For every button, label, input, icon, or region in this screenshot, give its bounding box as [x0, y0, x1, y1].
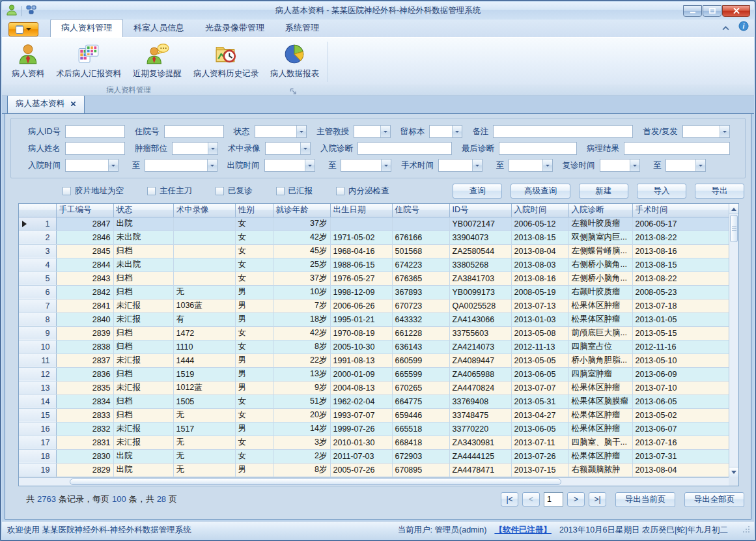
cell-status[interactable]: 归档: [113, 340, 173, 354]
cell-id-no[interactable]: ZA4444125: [449, 449, 511, 463]
filter-revisit-date-from-combo-dropdown-button[interactable]: [630, 160, 639, 171]
checkbox-endocrine-exam[interactable]: 内分泌检查: [336, 186, 389, 197]
cell-surgery-date[interactable]: 2013-01-05: [632, 312, 729, 326]
cell-admission-diagnosis[interactable]: 双侧脑室内巨...: [568, 230, 632, 244]
cell-intraop-video[interactable]: 有: [173, 312, 235, 326]
cell-manual-no[interactable]: 2844: [56, 258, 113, 271]
cell-admission-date[interactable]: 2013-08-15: [511, 230, 568, 244]
cell-visit-age[interactable]: 10岁: [273, 285, 330, 299]
cell-gender[interactable]: 女: [235, 408, 273, 422]
cell-admission-no[interactable]: 676365: [392, 271, 449, 285]
row-header-cell[interactable]: 7: [19, 299, 56, 312]
table-row[interactable]: 72841未汇报1036蓝男7岁2006-06-26670723QA002552…: [19, 299, 729, 312]
cell-birth-date[interactable]: 1991-08-13: [330, 354, 392, 367]
column-header-surgery-date[interactable]: 手术时间: [632, 204, 729, 217]
cell-admission-diagnosis[interactable]: 左侧桥小脑角...: [568, 271, 632, 285]
cell-birth-date[interactable]: 2010-01-30: [330, 436, 392, 449]
cell-admission-date[interactable]: 2008-05-19: [511, 285, 568, 299]
cell-admission-date[interactable]: 2013-05-05: [511, 354, 568, 367]
filter-status-combo-value[interactable]: [255, 126, 296, 137]
cell-status[interactable]: 归档: [113, 367, 173, 381]
column-header-admission-no[interactable]: 住院号: [392, 204, 449, 217]
row-header-cell[interactable]: 1: [19, 217, 56, 230]
cell-admission-date[interactable]: 2013-07-11: [511, 436, 568, 449]
table-row[interactable]: 122836归档1519男13岁2000-01-09665599ZA406598…: [19, 367, 729, 381]
cell-visit-age[interactable]: 18岁: [273, 312, 330, 326]
cell-surgery-date[interactable]: 2013-08-22: [632, 271, 729, 285]
cell-intraop-video[interactable]: 无: [173, 463, 235, 477]
app-person-icon[interactable]: [6, 4, 18, 18]
cell-status[interactable]: 归档: [113, 285, 173, 299]
cell-birth-date[interactable]: 2004-08-13: [330, 381, 392, 395]
cell-intraop-video[interactable]: [173, 244, 235, 258]
cell-admission-date[interactable]: 2013-01-03: [511, 312, 568, 326]
cell-birth-date[interactable]: 2005-10-30: [330, 340, 392, 354]
cell-admission-diagnosis[interactable]: 左侧蝶骨嵴脑...: [568, 244, 632, 258]
cell-admission-no[interactable]: 636143: [392, 340, 449, 354]
cell-gender[interactable]: 女: [235, 244, 273, 258]
cell-id-no[interactable]: ZA4143066: [449, 312, 511, 326]
scroll-up-icon[interactable]: [729, 204, 738, 214]
cell-id-no[interactable]: ZA4089447: [449, 354, 511, 367]
cell-id-no[interactable]: 33769408: [449, 395, 511, 408]
vertical-scroll-thumb[interactable]: [730, 215, 738, 242]
cell-id-no[interactable]: YB0072147: [449, 217, 511, 230]
cell-intraop-video[interactable]: 1012蓝: [173, 381, 235, 395]
cell-admission-diagnosis[interactable]: 四脑室、脑干...: [568, 436, 632, 449]
cell-status[interactable]: 未汇报: [113, 422, 173, 436]
cell-gender[interactable]: 女: [235, 258, 273, 271]
cell-admission-date[interactable]: 2006-05-12: [511, 217, 568, 230]
cell-birth-date[interactable]: 1962-02-04: [330, 395, 392, 408]
cell-admission-diagnosis[interactable]: 右颞叶胶质瘤: [568, 285, 632, 299]
cell-admission-date[interactable]: 2012-11-13: [511, 340, 568, 354]
cell-manual-no[interactable]: 2835: [56, 381, 113, 395]
cell-admission-no[interactable]: 672903: [392, 449, 449, 463]
cell-visit-age[interactable]: 2岁: [273, 449, 330, 463]
filter-patient-id-input[interactable]: [65, 125, 125, 138]
cell-intraop-video[interactable]: 1517: [173, 422, 235, 436]
cell-admission-diagnosis[interactable]: 松果体区肿瘤: [568, 381, 632, 395]
cell-birth-date[interactable]: 1998-12-09: [330, 285, 392, 299]
cell-manual-no[interactable]: 2834: [56, 395, 113, 408]
ribbon-button-patient[interactable]: 病人资料: [6, 39, 50, 85]
column-header-birth-date[interactable]: 出生日期: [330, 204, 392, 217]
close-button[interactable]: [722, 5, 750, 17]
filter-specimen-combo-dropdown-button[interactable]: [452, 126, 462, 137]
cell-status[interactable]: 未汇报: [113, 381, 173, 395]
cell-admission-diagnosis[interactable]: 松果体区肿瘤: [568, 299, 632, 312]
cell-gender[interactable]: 男: [235, 285, 273, 299]
ribbon-tab-2[interactable]: 光盘录像带管理: [195, 20, 275, 37]
table-row[interactable]: 142834归档1505女51岁1962-02-0466477533769408…: [19, 395, 729, 408]
advanced-query-button[interactable]: 高级查询: [511, 184, 570, 199]
cell-status[interactable]: 归档: [113, 271, 173, 285]
column-header-gender[interactable]: 性别: [235, 204, 273, 217]
filter-discharge-date-from-combo-dropdown-button[interactable]: [305, 160, 315, 171]
cell-admission-no[interactable]: 665599: [392, 367, 449, 381]
scroll-down-icon[interactable]: [729, 467, 738, 477]
cell-manual-no[interactable]: 2847: [56, 217, 113, 230]
cell-admission-no[interactable]: 501568: [392, 244, 449, 258]
cell-visit-age[interactable]: 25岁: [273, 258, 330, 271]
cell-visit-age[interactable]: 42岁: [273, 326, 330, 340]
cell-admission-no[interactable]: 661228: [392, 326, 449, 340]
filter-admission-no-input[interactable]: [164, 125, 224, 138]
query-button[interactable]: 查询: [453, 184, 502, 199]
table-row[interactable]: 62842归档无男10岁1998-12-09367893YB0099173200…: [19, 285, 729, 299]
cell-admission-date[interactable]: 2013-07-07: [511, 381, 568, 395]
cell-id-no[interactable]: 33755603: [449, 326, 511, 340]
filter-discharge-date-from-combo[interactable]: [264, 159, 315, 172]
cell-admission-diagnosis[interactable]: 四脑室肿瘤: [568, 367, 632, 381]
filter-intraop-video-combo[interactable]: [265, 142, 311, 155]
document-tab[interactable]: 病人基本资料: [7, 94, 85, 113]
cell-id-no[interactable]: ZA4214073: [449, 340, 511, 354]
cell-manual-no[interactable]: 2843: [56, 271, 113, 285]
cell-id-no[interactable]: QA0025528: [449, 299, 511, 312]
row-header-cell[interactable]: 5: [19, 271, 56, 285]
cell-visit-age[interactable]: 8岁: [273, 463, 330, 477]
cell-admission-no[interactable]: 643332: [392, 312, 449, 326]
cell-admission-diagnosis[interactable]: 右侧桥小脑角...: [568, 258, 632, 271]
checkbox-chief-surgeon-box[interactable]: [147, 187, 156, 195]
cell-intraop-video[interactable]: [173, 271, 235, 285]
import-button[interactable]: 导入: [637, 184, 686, 199]
cell-intraop-video[interactable]: [173, 258, 235, 271]
